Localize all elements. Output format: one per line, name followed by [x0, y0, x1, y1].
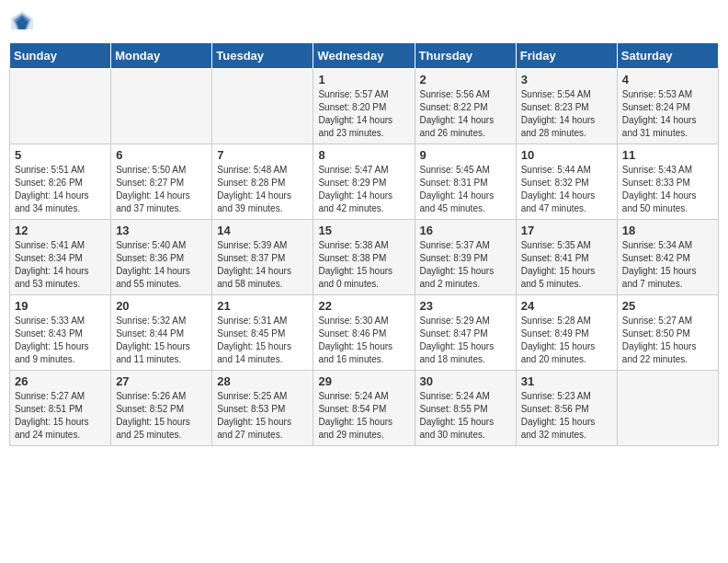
- calendar-cell: 11Sunrise: 5:43 AM Sunset: 8:33 PM Dayli…: [617, 144, 718, 220]
- calendar-cell: 27Sunrise: 5:26 AM Sunset: 8:52 PM Dayli…: [111, 371, 212, 446]
- calendar-cell: [212, 69, 313, 144]
- day-number: 1: [318, 73, 409, 86]
- cell-info: Sunrise: 5:53 AM Sunset: 8:24 PM Dayligh…: [622, 88, 713, 140]
- calendar-cell: 2Sunrise: 5:56 AM Sunset: 8:22 PM Daylig…: [415, 69, 516, 144]
- cell-info: Sunrise: 5:41 AM Sunset: 8:34 PM Dayligh…: [15, 239, 106, 291]
- calendar-cell: 13Sunrise: 5:40 AM Sunset: 8:36 PM Dayli…: [111, 220, 212, 295]
- cell-info: Sunrise: 5:28 AM Sunset: 8:49 PM Dayligh…: [521, 315, 612, 366]
- cell-info: Sunrise: 5:27 AM Sunset: 8:50 PM Dayligh…: [622, 315, 713, 366]
- calendar-cell: 1Sunrise: 5:57 AM Sunset: 8:20 PM Daylig…: [313, 69, 415, 144]
- cell-info: Sunrise: 5:44 AM Sunset: 8:32 PM Dayligh…: [521, 164, 612, 215]
- cell-info: Sunrise: 5:45 AM Sunset: 8:31 PM Dayligh…: [420, 164, 511, 215]
- cell-info: Sunrise: 5:43 AM Sunset: 8:33 PM Dayligh…: [622, 164, 713, 215]
- calendar-cell: 6Sunrise: 5:50 AM Sunset: 8:27 PM Daylig…: [111, 144, 212, 220]
- day-number: 10: [521, 148, 612, 162]
- calendar-cell: 22Sunrise: 5:30 AM Sunset: 8:46 PM Dayli…: [313, 295, 415, 371]
- cell-info: Sunrise: 5:30 AM Sunset: 8:46 PM Dayligh…: [318, 315, 409, 366]
- cell-info: Sunrise: 5:50 AM Sunset: 8:27 PM Dayligh…: [116, 164, 207, 215]
- calendar-cell: [10, 69, 111, 144]
- calendar-cell: 4Sunrise: 5:53 AM Sunset: 8:24 PM Daylig…: [617, 69, 718, 144]
- day-number: 25: [622, 299, 713, 313]
- cell-info: Sunrise: 5:26 AM Sunset: 8:52 PM Dayligh…: [116, 390, 207, 442]
- cell-info: Sunrise: 5:24 AM Sunset: 8:54 PM Dayligh…: [318, 390, 409, 442]
- cell-info: Sunrise: 5:25 AM Sunset: 8:53 PM Dayligh…: [217, 390, 308, 442]
- day-number: 3: [521, 73, 612, 86]
- cell-info: Sunrise: 5:35 AM Sunset: 8:41 PM Dayligh…: [521, 239, 612, 291]
- calendar-cell: 20Sunrise: 5:32 AM Sunset: 8:44 PM Dayli…: [111, 295, 212, 371]
- day-number: 8: [318, 148, 409, 162]
- day-header-monday: Monday: [111, 43, 212, 69]
- day-number: 12: [15, 224, 106, 237]
- calendar-week-row: 19Sunrise: 5:33 AM Sunset: 8:43 PM Dayli…: [10, 295, 719, 371]
- cell-info: Sunrise: 5:32 AM Sunset: 8:44 PM Dayligh…: [116, 315, 207, 366]
- day-number: 4: [622, 73, 713, 86]
- cell-info: Sunrise: 5:40 AM Sunset: 8:36 PM Dayligh…: [116, 239, 207, 291]
- calendar-cell: 8Sunrise: 5:47 AM Sunset: 8:29 PM Daylig…: [313, 144, 415, 220]
- cell-info: Sunrise: 5:27 AM Sunset: 8:51 PM Dayligh…: [15, 390, 106, 442]
- day-number: 31: [521, 374, 612, 388]
- cell-info: Sunrise: 5:33 AM Sunset: 8:43 PM Dayligh…: [15, 315, 106, 366]
- day-number: 13: [116, 224, 207, 237]
- calendar-cell: 25Sunrise: 5:27 AM Sunset: 8:50 PM Dayli…: [617, 295, 718, 371]
- calendar-cell: [111, 69, 212, 144]
- calendar-week-row: 5Sunrise: 5:51 AM Sunset: 8:26 PM Daylig…: [10, 144, 719, 220]
- calendar-cell: 28Sunrise: 5:25 AM Sunset: 8:53 PM Dayli…: [212, 371, 313, 446]
- calendar-cell: 21Sunrise: 5:31 AM Sunset: 8:45 PM Dayli…: [212, 295, 313, 371]
- day-header-wednesday: Wednesday: [313, 43, 415, 69]
- cell-info: Sunrise: 5:54 AM Sunset: 8:23 PM Dayligh…: [521, 88, 612, 140]
- day-number: 27: [116, 374, 207, 388]
- logo: [9, 9, 39, 35]
- day-number: 17: [521, 224, 612, 237]
- calendar-cell: 24Sunrise: 5:28 AM Sunset: 8:49 PM Dayli…: [516, 295, 617, 371]
- day-number: 28: [217, 374, 308, 388]
- day-header-saturday: Saturday: [617, 43, 718, 69]
- calendar-cell: 16Sunrise: 5:37 AM Sunset: 8:39 PM Dayli…: [415, 220, 516, 295]
- calendar-cell: 29Sunrise: 5:24 AM Sunset: 8:54 PM Dayli…: [313, 371, 415, 446]
- calendar-week-row: 12Sunrise: 5:41 AM Sunset: 8:34 PM Dayli…: [10, 220, 719, 295]
- cell-info: Sunrise: 5:31 AM Sunset: 8:45 PM Dayligh…: [217, 315, 308, 366]
- cell-info: Sunrise: 5:34 AM Sunset: 8:42 PM Dayligh…: [622, 239, 713, 291]
- calendar-cell: 9Sunrise: 5:45 AM Sunset: 8:31 PM Daylig…: [415, 144, 516, 220]
- calendar-cell: 26Sunrise: 5:27 AM Sunset: 8:51 PM Dayli…: [10, 371, 111, 446]
- day-number: 26: [15, 374, 106, 388]
- cell-info: Sunrise: 5:48 AM Sunset: 8:28 PM Dayligh…: [217, 164, 308, 215]
- day-number: 14: [217, 224, 308, 237]
- calendar-cell: 12Sunrise: 5:41 AM Sunset: 8:34 PM Dayli…: [10, 220, 111, 295]
- calendar-cell: 23Sunrise: 5:29 AM Sunset: 8:47 PM Dayli…: [415, 295, 516, 371]
- day-number: 22: [318, 299, 409, 313]
- cell-info: Sunrise: 5:24 AM Sunset: 8:55 PM Dayligh…: [420, 390, 511, 442]
- calendar-cell: 19Sunrise: 5:33 AM Sunset: 8:43 PM Dayli…: [10, 295, 111, 371]
- calendar-week-row: 26Sunrise: 5:27 AM Sunset: 8:51 PM Dayli…: [10, 371, 719, 446]
- cell-info: Sunrise: 5:37 AM Sunset: 8:39 PM Dayligh…: [420, 239, 511, 291]
- calendar-cell: [617, 371, 718, 446]
- day-number: 9: [420, 148, 511, 162]
- day-number: 19: [15, 299, 106, 313]
- calendar-cell: 7Sunrise: 5:48 AM Sunset: 8:28 PM Daylig…: [212, 144, 313, 220]
- day-header-thursday: Thursday: [415, 43, 516, 69]
- day-number: 16: [420, 224, 511, 237]
- cell-info: Sunrise: 5:47 AM Sunset: 8:29 PM Dayligh…: [318, 164, 409, 215]
- calendar-table: SundayMondayTuesdayWednesdayThursdayFrid…: [9, 42, 719, 446]
- calendar-cell: 17Sunrise: 5:35 AM Sunset: 8:41 PM Dayli…: [516, 220, 617, 295]
- day-number: 18: [622, 224, 713, 237]
- day-header-sunday: Sunday: [10, 43, 111, 69]
- day-header-friday: Friday: [516, 43, 617, 69]
- calendar-cell: 30Sunrise: 5:24 AM Sunset: 8:55 PM Dayli…: [415, 371, 516, 446]
- day-number: 24: [521, 299, 612, 313]
- cell-info: Sunrise: 5:51 AM Sunset: 8:26 PM Dayligh…: [15, 164, 106, 215]
- day-number: 20: [116, 299, 207, 313]
- page-header: [9, 9, 719, 35]
- calendar-cell: 3Sunrise: 5:54 AM Sunset: 8:23 PM Daylig…: [516, 69, 617, 144]
- cell-info: Sunrise: 5:23 AM Sunset: 8:56 PM Dayligh…: [521, 390, 612, 442]
- day-number: 2: [420, 73, 511, 86]
- calendar-week-row: 1Sunrise: 5:57 AM Sunset: 8:20 PM Daylig…: [10, 69, 719, 144]
- day-number: 23: [420, 299, 511, 313]
- day-number: 7: [217, 148, 308, 162]
- day-number: 11: [622, 148, 713, 162]
- calendar-cell: 31Sunrise: 5:23 AM Sunset: 8:56 PM Dayli…: [516, 371, 617, 446]
- day-header-tuesday: Tuesday: [212, 43, 313, 69]
- calendar-cell: 18Sunrise: 5:34 AM Sunset: 8:42 PM Dayli…: [617, 220, 718, 295]
- cell-info: Sunrise: 5:39 AM Sunset: 8:37 PM Dayligh…: [217, 239, 308, 291]
- calendar-cell: 10Sunrise: 5:44 AM Sunset: 8:32 PM Dayli…: [516, 144, 617, 220]
- day-number: 6: [116, 148, 207, 162]
